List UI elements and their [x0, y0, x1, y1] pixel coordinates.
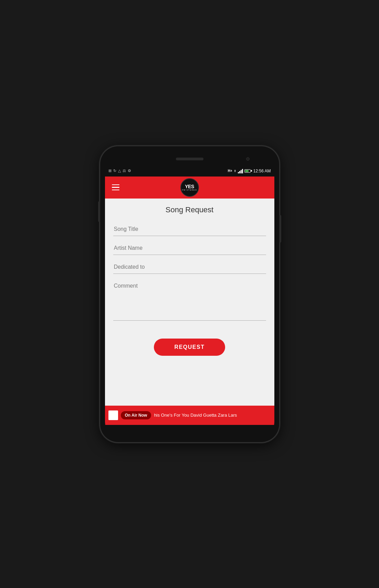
speaker-grille — [176, 158, 203, 160]
dedicated-to-input[interactable] — [113, 260, 266, 274]
status-bar: ⊞ ↻ △ ⚖ ⚙ H+ ⬆ — [105, 165, 274, 177]
song-title-field — [113, 223, 266, 236]
main-content: Song Request REQUEST — [105, 199, 274, 406]
sync-icon: ↻ — [113, 169, 116, 173]
request-button[interactable]: REQUEST — [154, 339, 225, 356]
song-title-input[interactable] — [113, 223, 266, 236]
logo-content: YES FM STEREO — [182, 184, 197, 191]
app-logo[interactable]: YES FM STEREO — [180, 178, 199, 197]
network-type: H+ — [228, 169, 232, 173]
hamburger-line-2 — [112, 187, 119, 188]
signal-bar-3 — [241, 170, 242, 173]
signal-bar-1 — [238, 172, 239, 173]
page-title: Song Request — [113, 205, 266, 214]
signal-bar-2 — [239, 171, 240, 173]
request-btn-wrapper: REQUEST — [113, 339, 266, 356]
app-screen: YES FM STEREO Song Request — [105, 177, 274, 425]
app-header: YES FM STEREO — [105, 177, 274, 199]
phone-bottom-bar — [105, 425, 274, 436]
battery-body — [244, 169, 251, 173]
stop-button[interactable] — [108, 410, 118, 420]
settings-icon: ⚖ — [123, 169, 126, 173]
android-icon: ⚙ — [128, 169, 131, 173]
alert-icon: △ — [118, 169, 121, 173]
status-icons-right: H+ ⬆ 12:56 AM — [228, 169, 271, 173]
phone-top-bar — [105, 152, 274, 165]
battery-tip — [251, 170, 252, 172]
camera-dot — [246, 157, 250, 161]
battery-fill — [245, 170, 249, 172]
hamburger-line-3 — [112, 190, 119, 191]
bottom-bar: On Air Now his One's For You David Guett… — [105, 406, 274, 425]
artist-name-field — [113, 242, 266, 255]
menu-button[interactable] — [110, 183, 121, 192]
dedicated-to-field — [113, 260, 266, 274]
comment-field — [113, 279, 266, 322]
battery-icon — [244, 169, 252, 173]
hamburger-line-1 — [112, 184, 119, 185]
status-time: 12:56 AM — [253, 169, 271, 173]
logo-text: YES — [182, 184, 197, 189]
screen-icon: ⊞ — [108, 169, 112, 173]
network-arrow-icon: ⬆ — [234, 169, 236, 173]
status-icons-left: ⊞ ↻ △ ⚖ ⚙ — [108, 169, 131, 173]
artist-name-input[interactable] — [113, 242, 266, 255]
logo-sub: FM STEREO — [182, 189, 197, 191]
comment-input[interactable] — [113, 279, 266, 321]
signal-bars — [238, 169, 243, 173]
on-air-badge: On Air Now — [121, 411, 151, 419]
logo-circle: YES FM STEREO — [180, 178, 199, 197]
signal-bar-4 — [242, 169, 243, 173]
ticker-text: his One's For You David Guetta Zara Lars — [154, 413, 271, 418]
